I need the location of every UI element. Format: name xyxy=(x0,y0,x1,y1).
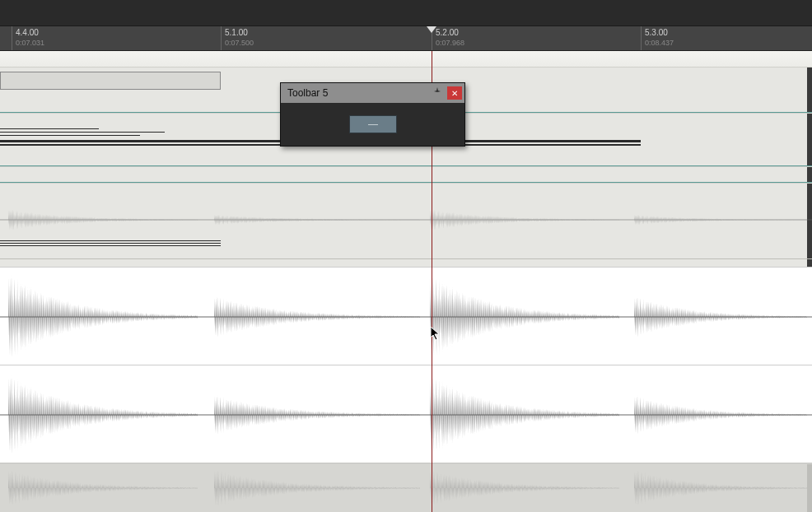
marker-lane[interactable] xyxy=(0,51,812,67)
lane-divider xyxy=(0,166,812,167)
ruler-time-label: 0:08.437 xyxy=(645,38,674,48)
midi-note[interactable] xyxy=(0,135,140,136)
dash-icon xyxy=(368,124,378,125)
ruler-bar-label: 5.3.00 xyxy=(645,28,674,38)
ruler-mark[interactable]: 5.3.000:08.437 xyxy=(641,26,674,50)
floating-toolbar-panel[interactable]: Toolbar 5 ✕ xyxy=(280,82,465,147)
toolbar-button-1[interactable] xyxy=(349,115,397,133)
pin-icon xyxy=(433,87,441,99)
midi-note[interactable] xyxy=(0,240,221,241)
ruler-bar-label: 5.1.00 xyxy=(225,28,254,38)
ruler-bar-label: 5.2.00 xyxy=(436,28,464,38)
lane-divider xyxy=(0,183,812,184)
close-button[interactable]: ✕ xyxy=(447,86,462,100)
waveform-channel-left[interactable] xyxy=(0,267,812,365)
mouse-cursor-icon xyxy=(430,326,441,344)
ruler-mark[interactable]: 4.4.000:07.031 xyxy=(12,26,44,50)
ruler-time-label: 0:07.500 xyxy=(225,38,254,48)
midi-note[interactable] xyxy=(0,245,221,246)
lane-divider xyxy=(0,258,812,259)
menu-strip xyxy=(0,0,812,26)
timeline-ruler[interactable]: 4.4.000:07.0315.1.000:07.5005.2.000:07.9… xyxy=(0,26,812,51)
pin-button[interactable] xyxy=(430,86,445,100)
waveform-track-bg[interactable] xyxy=(0,203,812,236)
ruler-time-label: 0:07.031 xyxy=(16,38,44,48)
midi-note[interactable] xyxy=(0,243,221,244)
floating-toolbar-titlebar[interactable]: Toolbar 5 ✕ xyxy=(281,83,464,103)
media-item-empty[interactable] xyxy=(0,72,221,90)
playhead-marker[interactable] xyxy=(427,26,436,33)
midi-note[interactable] xyxy=(0,132,165,133)
waveform-reflection xyxy=(0,463,812,512)
close-icon: ✕ xyxy=(451,89,458,98)
floating-toolbar-title: Toolbar 5 xyxy=(287,87,328,99)
midi-note[interactable] xyxy=(0,128,99,129)
ruler-bar-label: 4.4.00 xyxy=(16,28,44,38)
ruler-mark[interactable]: 5.1.000:07.500 xyxy=(221,26,254,50)
waveform-channel-right[interactable] xyxy=(0,365,812,464)
ruler-mark[interactable]: 5.2.000:07.968 xyxy=(432,26,464,50)
ruler-time-label: 0:07.968 xyxy=(436,38,464,48)
